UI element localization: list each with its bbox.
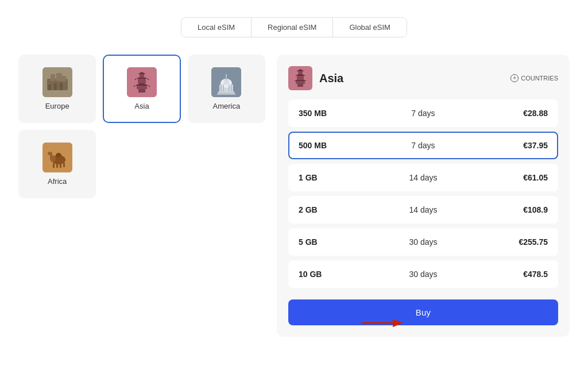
- svg-point-31: [56, 153, 61, 157]
- region-card-asia[interactable]: Asia: [103, 55, 180, 123]
- plan-days-1: 7 days: [382, 141, 465, 150]
- svg-point-33: [48, 152, 52, 155]
- svg-rect-24: [231, 84, 232, 91]
- tab-global[interactable]: Global eSIM: [332, 18, 407, 37]
- plan-price-0: €28.88: [465, 109, 548, 118]
- plan-days-5: 30 days: [382, 270, 465, 279]
- svg-rect-4: [62, 76, 66, 82]
- panel-region-image: [288, 66, 312, 90]
- africa-label: Africa: [48, 177, 67, 186]
- plan-days-2: 14 days: [382, 173, 465, 182]
- panel-region-name: Asia: [319, 72, 343, 85]
- america-label: America: [212, 102, 240, 110]
- svg-rect-41: [297, 76, 304, 80]
- region-grid: Europe: [18, 55, 265, 337]
- svg-rect-27: [217, 93, 235, 95]
- svg-rect-36: [60, 163, 61, 168]
- svg-rect-23: [229, 84, 230, 91]
- main-content: Europe: [18, 55, 570, 337]
- svg-rect-11: [138, 79, 146, 83]
- plan-days-4: 30 days: [382, 237, 465, 247]
- plan-row-1[interactable]: 500 MB 7 days €37.95: [288, 132, 558, 159]
- svg-rect-40: [296, 81, 305, 84]
- plan-price-4: €255.75: [465, 237, 548, 247]
- plan-data-5: 10 GB: [299, 270, 382, 279]
- svg-rect-5: [48, 84, 51, 90]
- plan-data-1: 500 MB: [299, 141, 382, 150]
- plan-row-4[interactable]: 5 GB 30 days €255.75: [288, 228, 558, 256]
- europe-label: Europe: [45, 102, 69, 110]
- svg-rect-35: [56, 163, 58, 168]
- right-panel: Asia + COUNTRIES 350 MB 7 days €28.88 50…: [277, 55, 570, 337]
- plan-data-0: 350 MB: [299, 109, 382, 118]
- buy-button[interactable]: Buy: [288, 299, 558, 325]
- plan-price-3: €108.9: [465, 205, 548, 214]
- svg-rect-10: [137, 86, 147, 89]
- svg-rect-3: [56, 73, 62, 81]
- tab-local[interactable]: Local eSIM: [181, 18, 251, 37]
- plan-days-0: 7 days: [382, 109, 465, 118]
- africa-image: [42, 143, 72, 172]
- plan-row-2[interactable]: 1 GB 14 days €61.05: [288, 164, 558, 191]
- svg-rect-22: [223, 84, 224, 91]
- region-card-africa[interactable]: Africa: [18, 130, 96, 198]
- plan-data-4: 5 GB: [299, 237, 382, 247]
- asia-label: Asia: [134, 102, 149, 110]
- svg-rect-12: [140, 74, 144, 78]
- buy-area: Buy: [288, 299, 558, 325]
- europe-image: [42, 67, 72, 97]
- svg-rect-42: [298, 71, 303, 74]
- plan-data-3: 2 GB: [299, 205, 382, 214]
- panel-title-group: Asia: [288, 66, 343, 90]
- tab-regional[interactable]: Regional eSIM: [251, 18, 332, 37]
- plan-days-3: 14 days: [382, 205, 465, 214]
- region-card-america[interactable]: America: [188, 55, 265, 123]
- countries-button[interactable]: + COUNTRIES: [510, 74, 558, 82]
- plan-price-1: €37.95: [465, 141, 548, 150]
- plan-row-3[interactable]: 2 GB 14 days €108.9: [288, 196, 558, 224]
- plan-price-5: €478.5: [465, 270, 548, 279]
- svg-rect-25: [226, 74, 227, 80]
- panel-header: Asia + COUNTRIES: [288, 66, 558, 90]
- svg-rect-7: [60, 83, 63, 90]
- svg-rect-6: [54, 83, 57, 90]
- plus-circle-icon: +: [510, 74, 519, 82]
- asia-image: [127, 67, 157, 97]
- svg-rect-26: [218, 91, 234, 93]
- svg-rect-34: [53, 163, 55, 168]
- america-image: [211, 67, 241, 97]
- plan-price-2: €61.05: [465, 173, 548, 182]
- svg-rect-2: [51, 74, 55, 81]
- svg-rect-21: [220, 84, 222, 91]
- countries-label: COUNTRIES: [521, 75, 558, 82]
- region-card-europe[interactable]: Europe: [18, 55, 96, 123]
- plan-row-5[interactable]: 10 GB 30 days €478.5: [288, 260, 558, 288]
- svg-rect-37: [63, 163, 65, 167]
- plans-container: 350 MB 7 days €28.88 500 MB 7 days €37.9…: [288, 99, 558, 288]
- plan-data-2: 1 GB: [299, 173, 382, 182]
- plan-row-0[interactable]: 350 MB 7 days €28.88: [288, 99, 558, 127]
- tab-bar: Local eSIM Regional eSIM Global eSIM: [181, 17, 407, 37]
